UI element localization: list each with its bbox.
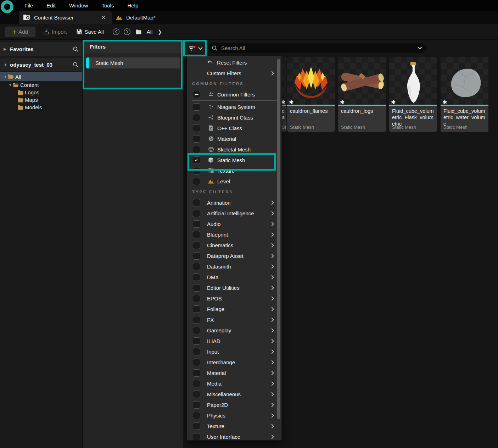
filter-item-material[interactable]: Material [187, 133, 281, 144]
filter-item-miscellaneous[interactable]: Miscellaneous [187, 389, 281, 399]
checkbox-unchecked[interactable] [193, 305, 200, 313]
checkbox-unchecked[interactable] [193, 125, 200, 132]
checkbox-unchecked[interactable] [193, 433, 200, 441]
checkbox-unchecked[interactable] [193, 114, 200, 121]
filter-item-iliad[interactable]: ILIAD [187, 336, 281, 346]
checkbox-unchecked[interactable] [193, 199, 200, 206]
filter-item-skeletal-mesh[interactable]: Skeletal Mesh [187, 144, 281, 155]
checkbox-unchecked[interactable] [193, 380, 200, 387]
filter-item-editor-utilities[interactable]: Editor Utilities [187, 282, 281, 293]
checkbox-unchecked[interactable] [193, 252, 200, 260]
checkbox-unchecked[interactable] [193, 146, 200, 153]
checkbox-unchecked[interactable] [193, 220, 200, 228]
filter-item-interchange[interactable]: Interchange [187, 357, 281, 367]
checkbox-unchecked[interactable] [193, 295, 200, 302]
search-icon[interactable] [73, 46, 79, 52]
breadcrumb-all[interactable]: All [147, 29, 153, 35]
breadcrumb-chevron-icon[interactable]: ❯ [157, 29, 162, 35]
tree-item-content[interactable]: ▼Content [0, 81, 82, 89]
checkbox-unchecked[interactable] [193, 422, 200, 430]
asset-card-fluid_cube_volumetric_water_volume[interactable]: ✱Fluid_cube_volumetric_water_volumeStati… [441, 57, 488, 132]
path-folder-icon[interactable] [136, 29, 144, 34]
forward-button[interactable] [123, 28, 131, 35]
checkbox-checked[interactable]: ✓ [193, 156, 200, 164]
filter-item-level[interactable]: Level [187, 176, 281, 187]
filter-item-material[interactable]: Material [187, 367, 281, 378]
favorites-header[interactable]: ▶ Favorites [0, 42, 82, 56]
filter-item-animation[interactable]: Animation [187, 197, 281, 208]
filter-item-user-interface[interactable]: User Interface [187, 431, 281, 441]
filter-item-artificial-intelligence[interactable]: Artificial Intelligence [187, 208, 281, 219]
filter-item-blueprint-class[interactable]: Blueprint Class [187, 112, 281, 123]
checkbox-unchecked[interactable] [193, 135, 200, 143]
filter-item-media[interactable]: Media [187, 378, 281, 389]
filter-item-audio[interactable]: Audio [187, 219, 281, 229]
checkbox-unchecked[interactable] [193, 178, 200, 185]
checkbox-unchecked[interactable] [193, 348, 200, 355]
app-logo-icon[interactable] [1, 0, 13, 13]
menu-tools[interactable]: Tools [95, 1, 121, 10]
filter-item-niagara-system[interactable]: Niagara System [187, 101, 281, 112]
back-button[interactable] [112, 28, 120, 35]
caret-down-icon[interactable]: ▼ [3, 75, 8, 79]
asset-card-cauldron_logs[interactable]: ✱cauldron_logsStatic Mesh [338, 57, 386, 132]
filters-dropdown-button[interactable] [185, 42, 206, 55]
asset-card-cauldron_flames[interactable]: ✱cauldron_flamesStatic Mesh [287, 57, 335, 132]
filter-item-c-class[interactable]: CC++ Class [187, 123, 281, 133]
checkbox-unchecked[interactable] [193, 210, 200, 217]
filter-item-datasmith[interactable]: Datasmith [187, 261, 281, 272]
filter-item-epos[interactable]: EPOS [187, 293, 281, 304]
tree-item-logos[interactable]: Logos [0, 89, 82, 96]
checkbox-unchecked[interactable] [193, 369, 200, 377]
filter-item-input[interactable]: Input [187, 346, 281, 357]
checkbox-unchecked[interactable] [193, 284, 200, 292]
checkbox-unchecked[interactable] [193, 359, 200, 366]
filter-item-texture[interactable]: Texture [187, 165, 281, 176]
custom-filters-item[interactable]: Custom Filters [187, 68, 281, 78]
filter-item-texture[interactable]: Texture [187, 421, 281, 431]
checkbox-indeterminate[interactable] [193, 91, 200, 98]
tab-content-browser[interactable]: Content Browser ✕ [19, 11, 112, 24]
tab-defaultmap[interactable]: DefaultMap* [113, 11, 158, 24]
tree-item-maps[interactable]: Maps [0, 96, 82, 104]
checkbox-unchecked[interactable] [193, 412, 200, 419]
checkbox-unchecked[interactable] [193, 327, 200, 334]
filter-item-fx[interactable]: FX [187, 314, 281, 325]
search-icon[interactable] [73, 62, 79, 68]
tree-item-all[interactable]: ▼All [0, 72, 82, 81]
project-header[interactable]: ▼ odyssey_test_03 [0, 58, 82, 71]
menu-file[interactable]: File [18, 1, 40, 10]
caret-down-icon[interactable]: ▼ [8, 83, 13, 87]
filter-item-cinematics[interactable]: Cinematics [187, 240, 281, 250]
menu-edit[interactable]: Edit [40, 1, 62, 10]
menu-help[interactable]: Help [121, 1, 145, 10]
checkbox-unchecked[interactable] [193, 263, 200, 270]
import-button[interactable]: Import [43, 29, 67, 35]
filter-item-physics[interactable]: Physics [187, 410, 281, 421]
dropdown-scrollbar[interactable] [277, 59, 280, 419]
tree-item-models[interactable]: Models [0, 104, 82, 111]
search-input[interactable]: Search All [207, 43, 427, 53]
add-button[interactable]: + Add [5, 27, 35, 37]
search-options-chevron-icon[interactable] [418, 46, 422, 50]
close-tab-icon[interactable]: ✕ [100, 14, 107, 21]
filter-item-static-mesh[interactable]: ✓Static Mesh [187, 155, 281, 165]
filter-item-paper2d[interactable]: Paper2D [187, 399, 281, 410]
filter-item-foliage[interactable]: Foliage [187, 304, 281, 314]
checkbox-unchecked[interactable] [193, 401, 200, 409]
filter-item-gameplay[interactable]: Gameplay [187, 325, 281, 336]
checkbox-unchecked[interactable] [193, 273, 200, 281]
checkbox-unchecked[interactable] [193, 231, 200, 238]
checkbox-unchecked[interactable] [193, 103, 200, 111]
checkbox-unchecked[interactable] [193, 391, 200, 398]
checkbox-unchecked[interactable] [193, 242, 200, 249]
checkbox-unchecked[interactable] [193, 337, 200, 345]
checkbox-unchecked[interactable] [193, 316, 200, 323]
reset-filters-item[interactable]: Reset Filters [187, 57, 281, 68]
filter-item-dataprep-asset[interactable]: Dataprep Asset [187, 250, 281, 261]
checkbox-unchecked[interactable] [193, 167, 200, 175]
menu-window[interactable]: Window [62, 1, 95, 10]
asset-card-fluid_cube_volumetric_flask_volumetric[interactable]: ✱Fluid_cube_volumetric_Flask_volumetricS… [389, 57, 437, 132]
filter-item-dmx[interactable]: DMX [187, 272, 281, 282]
filter-item-common-filters[interactable]: Common Filters [187, 89, 281, 100]
